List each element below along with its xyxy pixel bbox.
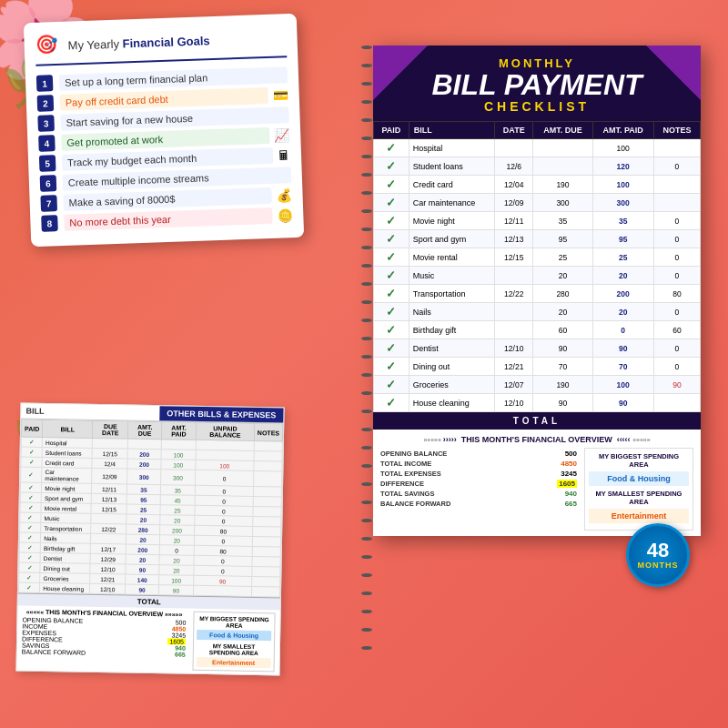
table-row: ✓ Sport and gym12/1395950 <box>374 230 701 248</box>
overview-row-balance: OPENING BALANCE 500 <box>380 450 577 458</box>
overview-body: OPENING BALANCE 500 TOTAL INCOME 4850 TO… <box>380 448 693 531</box>
overview-title: ››››› THIS MONTH'S FINANCIAL OVERVIEW ‹‹… <box>380 435 693 444</box>
col-amt-due: AMT. DUE <box>128 421 162 440</box>
small-notebook: BILL OTHER BILLS & EXPENSES PAID BILL DU… <box>15 402 284 675</box>
calculator-icon: 🖩 <box>278 147 291 162</box>
nb-table: PAID BILL DUE DATE AMT. DUE AMT. PAID UN… <box>18 420 283 598</box>
goals-card: 🎯 My Yearly Financial Goals 1 Set up a l… <box>24 14 304 247</box>
table-row: ✓ Dining out12/2170700 <box>374 358 701 376</box>
goals-header: 🎯 My Yearly Financial Goals <box>35 25 287 66</box>
growth-icon: 📈 <box>274 127 290 143</box>
overview-row-income: TOTAL INCOME 4850 <box>380 460 577 468</box>
table-row: ✓ Music20200 <box>374 267 701 285</box>
credit-card-icon: 💳 <box>272 87 288 103</box>
overview-row-savings: TOTAL SAVINGS 940 <box>380 490 577 498</box>
col-paid: PAID <box>21 420 43 437</box>
months-badge: 48 MONTHS <box>626 523 690 587</box>
col-due: DUE DATE <box>93 420 128 439</box>
nb-left-title: BILL <box>21 404 159 421</box>
nb-overview: ««««« THIS MONTH'S FINANCIAL OVERVIEW »»… <box>16 605 279 674</box>
biggest-spending-value: Food & Housing <box>589 471 689 486</box>
bill-header: MONTHLY BILL PAYMENT CHECKLIST <box>373 46 701 121</box>
table-row: ✓ Birthday gift60060 <box>374 321 701 339</box>
smallest-title: MY SMALLEST SPENDING AREA <box>589 490 689 506</box>
table-row: ✓ Nails20200 <box>374 303 701 321</box>
nb-right-title: OTHER BILLS & EXPENSES <box>159 406 283 422</box>
nb-smallest-value: Entertainment <box>197 657 271 668</box>
financial-overview: ››››› THIS MONTH'S FINANCIAL OVERVIEW ‹‹… <box>373 430 701 536</box>
total-row: TOTAL <box>373 412 701 430</box>
col-notes: NOTES <box>653 122 700 139</box>
table-row: ✓ Groceries12/0719010090 <box>374 376 701 394</box>
table-row: ✓ Movie rental12/1525250 <box>374 248 701 267</box>
nb-biggest-value: Food & Housing <box>197 630 271 641</box>
table-row: ✓ Credit card12/04190100 <box>374 176 701 194</box>
overview-row-forward: BALANCE FORWARD 665 <box>380 500 577 508</box>
bill-title: BILL PAYMENT <box>382 70 692 99</box>
nb-biggest-label: MY BIGGEST SPENDING AREA <box>197 615 271 629</box>
table-row: ✓ Dentist12/1090900 <box>374 339 701 358</box>
overview-right: MY BIGGEST SPENDING AREA Food & Housing … <box>584 448 693 531</box>
col-amt-paid: AMT. PAID <box>592 122 653 139</box>
goals-title: My Yearly Financial Goals <box>67 34 210 52</box>
nb-val-forward: 665 <box>175 651 186 657</box>
biggest-title: MY BIGGEST SPENDING AREA <box>589 452 689 469</box>
badge-text: MONTHS <box>638 561 679 570</box>
bill-table-container: PAID BILL DATE AMT. DUE AMT. PAID NOTES … <box>373 121 701 430</box>
bill-payment-card: MONTHLY BILL PAYMENT CHECKLIST PAID BILL… <box>373 46 701 536</box>
coins-icon: 🪙 <box>277 207 293 223</box>
col-paid: PAID <box>374 122 410 139</box>
col-unpaid: UNPAID BALANCE <box>196 422 254 440</box>
overview-row-diff: DIFFERENCE 1605 <box>380 480 577 488</box>
smallest-spending-value: Entertainment <box>589 509 689 523</box>
target-icon: 🎯 <box>35 33 61 59</box>
col-amt-paid: AMT. PAID <box>161 422 196 440</box>
col-date: DATE <box>495 122 533 139</box>
spiral-binding <box>360 46 373 628</box>
col-amt-due: AMT. DUE <box>533 122 592 139</box>
nb-smallest-label: MY SMALLEST SPENDING AREA <box>197 642 271 656</box>
money-bag-icon: 💰 <box>276 187 292 203</box>
bill-subtitle: CHECKLIST <box>382 99 692 114</box>
table-row: ✓ Transportation12/2228020080 <box>374 285 701 303</box>
overview-row-expenses: TOTAL EXPENSES 3245 <box>380 470 577 478</box>
overview-left: OPENING BALANCE 500 TOTAL INCOME 4850 TO… <box>380 448 577 531</box>
table-row: ✓ Student loans12/61200 <box>374 157 701 176</box>
table-row: ✓ Car maintenance12/09300300 <box>374 194 701 212</box>
col-bill: BILL <box>409 122 494 139</box>
table-row: ✓ Movie night12/1135350 <box>374 212 701 230</box>
col-bill: BILL <box>43 420 93 438</box>
table-row: ✓ House cleaning12/109090 <box>374 394 701 412</box>
badge-number: 48 <box>647 541 669 561</box>
goals-list: 1 Set up a long term financial plan 2 Pa… <box>36 66 293 232</box>
col-notes: NOTES <box>254 423 282 441</box>
table-row: ✓ Hospital100 <box>374 139 701 157</box>
nb-label-forward: BALANCE FORWARD <box>22 649 86 656</box>
bill-table: PAID BILL DATE AMT. DUE AMT. PAID NOTES … <box>373 121 701 412</box>
